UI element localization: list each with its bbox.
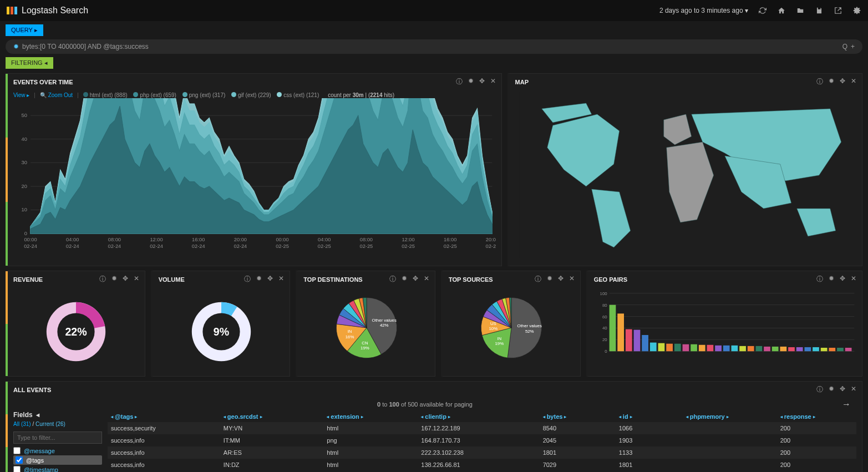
- info-icon[interactable]: ⓘ: [816, 275, 823, 284]
- svg-text:02-24: 02-24: [234, 243, 247, 249]
- move-icon[interactable]: ✥: [840, 77, 845, 87]
- home-icon[interactable]: [777, 6, 786, 15]
- move-icon[interactable]: ✥: [840, 275, 845, 284]
- column-header[interactable]: ◂ id ▸: [619, 413, 683, 420]
- query-tab[interactable]: QUERY ▸: [6, 24, 43, 36]
- close-icon[interactable]: ✕: [278, 275, 284, 284]
- gear-icon[interactable]: ✹: [111, 275, 117, 284]
- table-row[interactable]: success,infoIT:MMpng164.87.170.732045190…: [108, 434, 856, 446]
- svg-rect-86: [755, 346, 762, 351]
- geo-pairs-bar-chart[interactable]: 020406080100: [594, 290, 856, 356]
- refresh-icon[interactable]: [758, 6, 767, 15]
- column-header[interactable]: ◂ phpmemory ▸: [686, 413, 777, 420]
- move-icon[interactable]: ✥: [413, 275, 418, 284]
- revenue-donut[interactable]: 22%: [37, 293, 115, 371]
- table-row[interactable]: success,infoAR:EShtml222.23.102.23818011…: [108, 446, 856, 459]
- fields-current-link[interactable]: Current (26): [35, 421, 65, 427]
- info-icon[interactable]: ⓘ: [535, 275, 541, 284]
- svg-text:02-24: 02-24: [24, 243, 37, 249]
- gear-icon[interactable]: ✹: [829, 385, 834, 394]
- gear-icon[interactable]: [852, 6, 861, 15]
- query-bar[interactable]: ✹ bytes:[0 TO 4000000] AND @tags:success…: [6, 39, 862, 54]
- svg-rect-77: [682, 344, 689, 352]
- world-map[interactable]: [515, 92, 856, 258]
- close-icon[interactable]: ✕: [424, 275, 429, 284]
- svg-rect-73: [650, 343, 657, 352]
- svg-text:CN: CN: [362, 341, 368, 346]
- field-item-timestamp[interactable]: @timestamp: [13, 465, 102, 472]
- svg-text:00:00: 00:00: [276, 237, 288, 242]
- svg-text:9%: 9%: [214, 326, 229, 338]
- top-src-pie[interactable]: Other values52%IN19%US10%: [475, 292, 547, 364]
- view-dropdown[interactable]: View ▸: [13, 92, 29, 98]
- folder-icon[interactable]: [796, 6, 805, 15]
- column-header[interactable]: ◂ bytes ▸: [543, 413, 616, 420]
- next-page-button[interactable]: →: [842, 399, 862, 409]
- legend-item[interactable]: gif (ext) (229): [231, 92, 272, 98]
- panel-title: EVENTS OVER TIME: [13, 79, 73, 85]
- gear-icon[interactable]: ✹: [829, 275, 834, 284]
- legend-item[interactable]: png (ext) (317): [182, 92, 227, 98]
- close-icon[interactable]: ✕: [851, 275, 856, 284]
- table-row[interactable]: success,infoIN:DZhtml138.226.66.81702918…: [108, 459, 856, 471]
- svg-text:12:00: 12:00: [150, 237, 163, 242]
- svg-text:16%: 16%: [345, 334, 354, 339]
- share-icon[interactable]: [834, 6, 842, 15]
- top-dest-pie[interactable]: Other values42%CN19%IN16%: [331, 292, 403, 364]
- fields-filter-input[interactable]: [13, 432, 102, 444]
- svg-text:12:00: 12:00: [402, 237, 414, 242]
- move-icon[interactable]: ✥: [840, 385, 845, 394]
- column-header[interactable]: ◂ response ▸: [780, 413, 853, 420]
- column-header[interactable]: ◂ @tags ▸: [111, 413, 220, 420]
- info-icon[interactable]: ⓘ: [816, 77, 823, 87]
- svg-text:02-24: 02-24: [192, 243, 205, 249]
- info-icon[interactable]: ⓘ: [816, 385, 823, 394]
- legend-item[interactable]: html (ext) (888): [83, 92, 129, 98]
- zoom-out-button[interactable]: 🔍 Zoom Out: [40, 92, 73, 98]
- all-events-panel: ALL EVENTS ⓘ✹✥✕ 0 to 100 of 500 availabl…: [6, 381, 862, 472]
- svg-text:IN: IN: [347, 329, 352, 334]
- field-item-tags[interactable]: @tags: [13, 455, 102, 465]
- close-icon[interactable]: ✕: [569, 275, 575, 284]
- move-icon[interactable]: ✥: [558, 275, 564, 284]
- close-icon[interactable]: ✕: [851, 77, 856, 87]
- info-icon[interactable]: ⓘ: [99, 275, 106, 284]
- fields-all-link[interactable]: All (31): [13, 421, 31, 427]
- query-gear-icon[interactable]: ✹: [13, 43, 19, 50]
- query-add-icon[interactable]: +: [851, 43, 855, 50]
- column-header[interactable]: ◂ extension ▸: [327, 413, 418, 420]
- geo-pairs-panel: GEO PAIRS ⓘ✹✥✕ 020406080100: [586, 271, 862, 377]
- info-icon[interactable]: ⓘ: [244, 275, 251, 284]
- svg-text:04:00: 04:00: [66, 237, 79, 242]
- gear-icon[interactable]: ✹: [547, 275, 552, 284]
- fields-title[interactable]: Fields ◂: [13, 411, 102, 419]
- filtering-tab[interactable]: FILTERING ◂: [6, 57, 53, 69]
- save-icon[interactable]: [815, 6, 824, 15]
- gear-icon[interactable]: ✹: [402, 275, 407, 284]
- time-range-picker[interactable]: 2 days ago to 3 minutes ago ▾: [659, 7, 748, 14]
- area-chart[interactable]: 0102030405000:0002-2404:0002-2408:0002-2…: [13, 98, 496, 253]
- column-header[interactable]: ◂ clientip ▸: [421, 413, 539, 420]
- close-icon[interactable]: ✕: [134, 275, 139, 284]
- navbar: Logstash Search 2 days ago to 3 minutes …: [0, 0, 868, 21]
- volume-donut[interactable]: 9%: [182, 293, 260, 371]
- svg-text:Other values: Other values: [517, 323, 542, 328]
- gear-icon[interactable]: ✹: [256, 275, 262, 284]
- query-search-icon[interactable]: Q: [842, 43, 847, 50]
- legend-item[interactable]: css (ext) (121): [277, 92, 319, 98]
- svg-text:04:00: 04:00: [318, 237, 331, 242]
- move-icon[interactable]: ✥: [123, 275, 128, 284]
- close-icon[interactable]: ✕: [490, 77, 496, 87]
- field-item-message[interactable]: @message: [13, 446, 102, 455]
- move-icon[interactable]: ✥: [267, 275, 273, 284]
- close-icon[interactable]: ✕: [851, 385, 856, 394]
- table-row[interactable]: success,securityMY:VNhtml167.12.22.18985…: [108, 422, 856, 434]
- info-icon[interactable]: ⓘ: [456, 77, 463, 87]
- legend-item[interactable]: php (ext) (659): [133, 92, 177, 98]
- gear-icon[interactable]: ✹: [829, 77, 834, 87]
- move-icon[interactable]: ✥: [479, 77, 485, 87]
- gear-icon[interactable]: ✹: [468, 77, 474, 87]
- svg-rect-74: [658, 343, 664, 352]
- column-header[interactable]: ◂ geo.srcdst ▸: [224, 413, 323, 420]
- info-icon[interactable]: ⓘ: [389, 275, 396, 284]
